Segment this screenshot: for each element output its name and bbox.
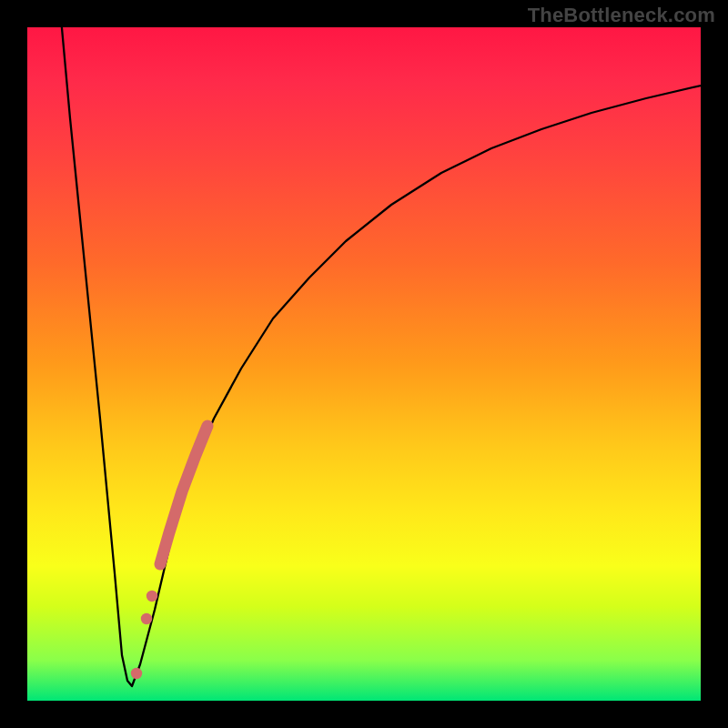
highlight-dot-a (141, 613, 152, 624)
highlight-dot-c (131, 668, 142, 679)
highlight-segment-upper (160, 426, 207, 564)
curve-layer (27, 27, 701, 701)
plot-area (27, 27, 701, 701)
watermark-text: TheBottleneck.com (528, 4, 715, 27)
bottleneck-curve-path (61, 27, 701, 686)
chart-frame: TheBottleneck.com (0, 0, 728, 728)
highlight-dot-b (147, 591, 157, 602)
